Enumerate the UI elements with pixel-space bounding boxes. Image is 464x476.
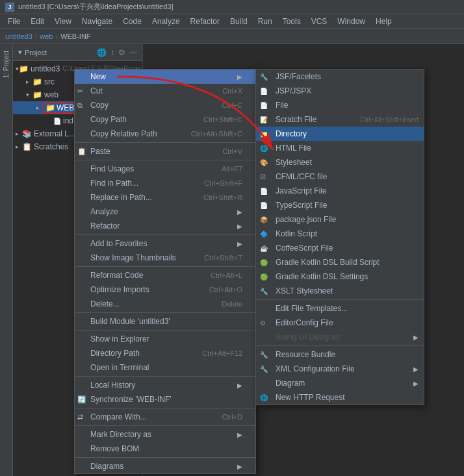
sub-gradle-settings[interactable]: 🟢 Gradle Kotlin DSL Settings [256,269,424,284]
sub-pkg-label: package.json File [276,215,336,224]
ctx-delete[interactable]: Delete... Delete [75,297,255,311]
ctx-analyze-label: Analyze [90,207,118,216]
menu-tools[interactable]: Tools [277,14,306,29]
sub-js-label: JavaScript File [276,186,327,195]
menu-analyze[interactable]: Analyze [147,14,185,29]
breadcrumb-project[interactable]: untitled3 [5,32,32,40]
panel-header: ▾ Project 🌐 ↕ ⚙ — [13,44,142,61]
sub-kotlin[interactable]: 🔷 Kotlin Script [256,227,424,241]
sub-edit-templates[interactable]: Edit File Templates... [256,301,424,316]
sub-cfml-label: CFML/CFC file [276,172,327,181]
menu-vcs[interactable]: VCS [306,14,333,29]
sub-xml-label: XML Configuration File [276,364,355,373]
menu-code[interactable]: Code [118,14,147,29]
ctx-synchronize[interactable]: 🔄 Synchronize 'WEB-INF' [75,392,255,407]
menu-edit[interactable]: Edit [25,14,49,29]
sub-pkg-json[interactable]: 📦 package.json File [256,212,424,227]
menu-build[interactable]: Build [225,14,253,29]
ctx-find-in-path[interactable]: Find in Path... Ctrl+Shift+F [75,176,255,190]
ctx-replace-in-path[interactable]: Replace in Path... Ctrl+Shift+R [75,190,255,205]
ctx-refactor[interactable]: Refactor ▶ [75,219,255,233]
menu-refactor[interactable]: Refactor [185,14,225,29]
ctx-optimize[interactable]: Optimize Imports Ctrl+Alt+O [75,282,255,297]
ctx-cut[interactable]: ✂ Cut Ctrl+X [75,84,255,98]
ctx-dir-path[interactable]: Directory Path Ctrl+Alt+F12 [75,346,255,360]
ctx-copy-path[interactable]: Copy Path Ctrl+Shift+C [75,112,255,127]
sub-html[interactable]: 🌐 HTML File [256,141,424,155]
menu-run[interactable]: Run [253,14,277,29]
ctx-explorer-label: Show in Explorer [90,334,149,344]
ctx-mark-dir[interactable]: Mark Directory as ▶ [75,427,255,442]
ctx-reformat[interactable]: Reformat Code Ctrl+Alt+L [75,268,255,282]
sync-icon: 🔄 [77,395,86,404]
sub-ts[interactable]: 📄 TypeScript File [256,198,424,212]
side-tab-project[interactable]: 1: Project [1,47,11,82]
sub-file[interactable]: 📄 File [256,98,424,112]
ctx-new[interactable]: New ▶ [75,69,255,84]
sub-jsf[interactable]: 🔧 JSF/Facelets [256,69,424,84]
ctx-build-module[interactable]: Build Module 'untitled3' [75,314,255,329]
sep9 [75,425,255,426]
ctx-remove-bom[interactable]: Remove BOM [75,442,255,456]
ctx-add-favorites[interactable]: Add to Favorites ▶ [75,236,255,251]
sub-edit-templates-label: Edit File Templates... [276,304,348,313]
menu-help[interactable]: Help [370,14,397,29]
sub-css[interactable]: 🎨 Stylesheet [256,155,424,169]
sub-xml-config[interactable]: 🔧 XML Configuration File ▶ [256,362,424,376]
ctx-copy-rel-label: Copy Relative Path [90,129,157,138]
breadcrumb-web[interactable]: web [40,32,53,40]
ctx-open-terminal[interactable]: Open in Terminal [75,360,255,375]
sub-resource-bundle[interactable]: 🔧 Resource Bundle [256,347,424,362]
menu-window[interactable]: Window [332,14,370,29]
sub-css-label: Stylesheet [276,158,312,167]
ctx-compare[interactable]: ⇄ Compare With... Ctrl+D [75,410,255,424]
sep2 [75,160,255,160]
sub-coffee-label: CoffeeScript File [276,244,333,253]
ind-file-icon: 📄 [53,118,61,125]
cut-icon: ✂ [77,87,83,95]
sub-scratch[interactable]: 📝 Scratch File Ctrl+Alt+Shift+Insert [256,112,424,127]
menu-navigate[interactable]: Navigate [77,14,118,29]
sep3 [75,234,255,235]
sort-icon[interactable]: ↕ [110,48,114,57]
sub-gradle-build[interactable]: 🟢 Gradle Kotlin DSL Build Script [256,255,424,269]
sub-editorconfig[interactable]: ⚙ EditorConfig File [256,316,424,330]
webinf-folder-icon: 📁 [45,103,55,112]
sub-kotlin-label: Kotlin Script [276,229,317,238]
sub-jsp[interactable]: 📄 JSP/JSPX [256,84,424,98]
ctx-find-usages-label: Find Usages [90,164,134,173]
menu-file[interactable]: File [3,14,25,29]
ctx-diagrams-label: Diagrams [90,462,123,471]
sub-xslt[interactable]: 🔧 XSLT Stylesheet [256,284,424,298]
globe-icon[interactable]: 🌐 [97,48,107,57]
new-submenu: 🔧 JSF/Facelets 📄 JSP/JSPX 📄 File 📝 Scrat… [255,69,424,405]
sub-cfml[interactable]: ☑ CFML/CFC file [256,169,424,184]
ctx-show-explorer[interactable]: Show in Explorer [75,332,255,346]
panel-title-text: Project [25,49,47,56]
ctx-copy[interactable]: ⧉ Copy Ctrl+C [75,98,255,112]
app-icon: J [5,3,14,12]
sub-http-request[interactable]: 🌐 New HTTP Request [256,390,424,405]
ctx-copy-path-label: Copy Path [90,115,127,124]
sub-diagram[interactable]: Diagram ▶ [256,376,424,390]
ctx-local-history[interactable]: Local History ▶ [75,378,255,392]
ctx-paste[interactable]: 📋 Paste Ctrl+V [75,144,255,158]
settings-icon[interactable]: ⚙ [118,48,125,57]
minimize-icon[interactable]: — [129,48,137,57]
ctx-analyze[interactable]: Analyze ▶ [75,205,255,219]
copy-icon: ⧉ [77,101,83,110]
resource-icon: 🔧 [260,351,268,358]
sub-directory[interactable]: 📁 Directory [256,127,424,141]
sub-scratch-label: Scratch File [276,115,316,124]
ctx-sync-label: Synchronize 'WEB-INF' [90,395,172,404]
http-icon: 🌐 [260,394,268,401]
ctx-find-usages[interactable]: Find Usages Alt+F7 [75,162,255,176]
menu-view[interactable]: View [49,14,77,29]
ctx-thumbnails[interactable]: Show Image Thumbnails Ctrl+Shift+T [75,251,255,265]
sub-ts-label: TypeScript File [276,201,327,210]
ctx-copy-relative-path[interactable]: Copy Relative Path Ctrl+Alt+Shift+C [75,127,255,141]
sub-coffee[interactable]: ☕ CoffeeScript File [256,241,424,255]
ctx-diagrams[interactable]: Diagrams ▶ [75,459,255,473]
sub-js[interactable]: 📄 JavaScript File [256,184,424,198]
breadcrumb-webinf[interactable]: WEB-INF [60,32,90,40]
